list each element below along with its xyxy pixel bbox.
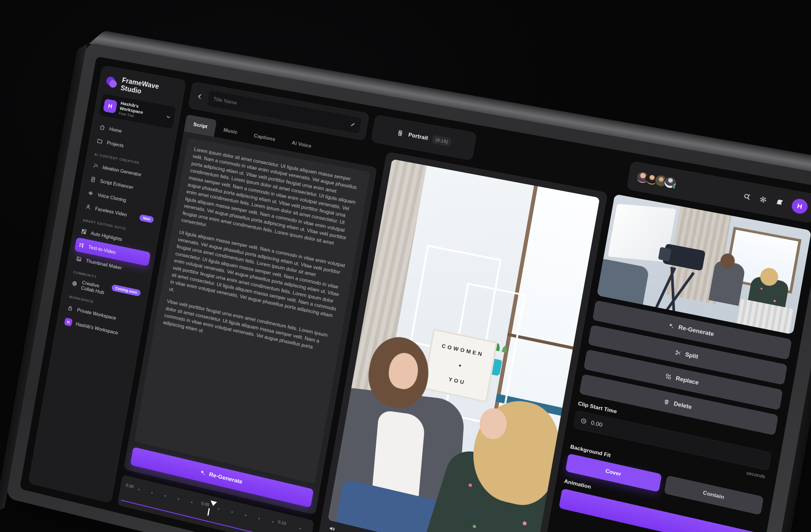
button-label: Re-Generate bbox=[678, 324, 715, 338]
timeline-label-0: 0.00 bbox=[123, 482, 137, 490]
workspace-mini-avatar: H bbox=[64, 317, 73, 327]
timeline-label-2: 0.10 bbox=[275, 519, 289, 527]
clock-icon bbox=[580, 417, 588, 425]
desk-background: FrameWave Studio H Hashib's Workspace Fr… bbox=[0, 0, 811, 532]
user-avatar[interactable]: H bbox=[791, 198, 809, 215]
sign-line-2: YOU bbox=[448, 377, 466, 385]
online-status-dot bbox=[672, 185, 676, 189]
volume-button[interactable] bbox=[327, 524, 337, 532]
sidebar-item-label: Auto Highlights bbox=[90, 230, 123, 242]
scissors-icon bbox=[674, 349, 682, 357]
app-window: FrameWave Studio H Hashib's Workspace Fr… bbox=[20, 57, 811, 532]
thumb-chair bbox=[597, 258, 649, 309]
sidebar-item-label: Script Enhancer bbox=[100, 178, 134, 190]
regenerate-label: Re-Generate bbox=[209, 471, 243, 485]
lock-icon bbox=[67, 304, 74, 312]
faceless-avatar-icon bbox=[85, 203, 92, 211]
sidebar-item-label: Home bbox=[109, 126, 122, 134]
orientation-label: Portrait bbox=[408, 131, 429, 141]
monitor-mockup: FrameWave Studio H Hashib's Workspace Fr… bbox=[6, 42, 811, 532]
home-icon bbox=[99, 124, 106, 131]
trash-icon bbox=[663, 398, 671, 406]
replace-swap-icon bbox=[665, 373, 673, 380]
new-badge: New bbox=[139, 214, 154, 223]
sparkle-icon bbox=[667, 322, 675, 329]
screen: FrameWave Studio H Hashib's Workspace Fr… bbox=[20, 57, 811, 532]
title-input[interactable] bbox=[212, 95, 347, 126]
edit-pencil-icon[interactable] bbox=[350, 121, 356, 128]
thumb-camera-lens bbox=[658, 247, 671, 261]
sidebar-item-label: Creative Collab Hub bbox=[80, 280, 108, 296]
text-to-video-icon bbox=[78, 241, 85, 249]
sign-heart: ♥ bbox=[458, 363, 462, 368]
sidebar-item-label: Text-to-Video bbox=[88, 244, 116, 255]
collaborator-avatars bbox=[636, 171, 677, 190]
thumbnail-image-icon bbox=[75, 255, 82, 263]
orientation-ratio: (9:16) bbox=[431, 135, 452, 147]
folder-icon bbox=[96, 138, 103, 145]
sidebar-item-label: Thumbnail Maker bbox=[86, 257, 122, 271]
button-label: Delete bbox=[673, 400, 692, 411]
highlight-grid-icon bbox=[80, 228, 88, 235]
magic-wand-icon bbox=[92, 162, 99, 170]
clip-start-time-value: 0.00 bbox=[591, 419, 603, 428]
settings-gear-button[interactable] bbox=[758, 195, 768, 205]
playhead-stem bbox=[208, 508, 210, 516]
sidebar-item-label: Voice Cloning bbox=[97, 192, 127, 203]
workspace-avatar: H bbox=[103, 99, 117, 114]
workspace-meta: Hashib's Workspace Free Trial bbox=[119, 100, 164, 123]
portrait-ratio-icon bbox=[395, 128, 404, 138]
download-button[interactable] bbox=[573, 199, 594, 218]
notifications-bell-button[interactable] bbox=[774, 198, 784, 207]
sign-line-1: COWOMEN bbox=[441, 343, 484, 357]
button-label: Split bbox=[685, 351, 699, 360]
sparkle-icon bbox=[199, 469, 206, 476]
script-textarea[interactable]: Lorem ipsum dolor sit amet consectetur. … bbox=[134, 138, 370, 484]
globe-icon bbox=[71, 280, 78, 287]
sidebar-item-label: Faceless Video bbox=[95, 205, 127, 217]
back-button[interactable] bbox=[196, 92, 204, 100]
document-icon bbox=[90, 176, 97, 183]
sidebar-item-label: Projects bbox=[107, 140, 124, 148]
ai-search-button[interactable] bbox=[742, 192, 752, 202]
button-label: Replace bbox=[675, 375, 699, 386]
chevron-down-icon bbox=[165, 114, 171, 120]
waveform-icon bbox=[87, 189, 94, 197]
framewave-logo-icon bbox=[105, 75, 119, 89]
